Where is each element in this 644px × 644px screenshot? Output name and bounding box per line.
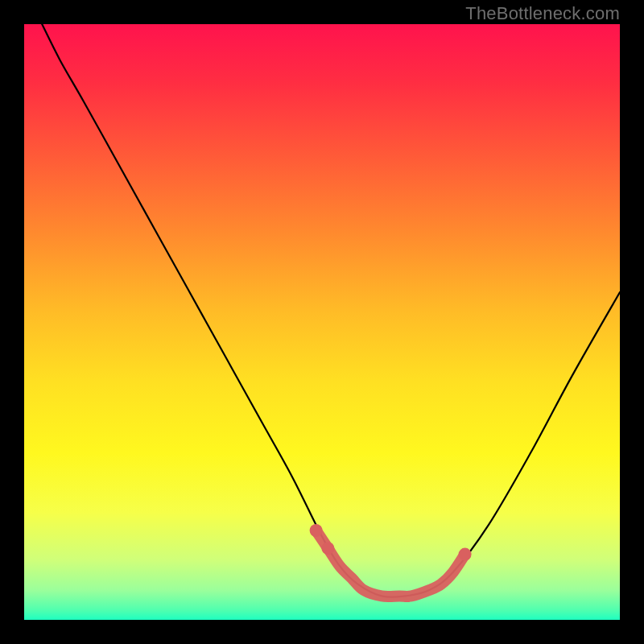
highlight-dot xyxy=(459,548,472,561)
watermark-text: TheBottleneck.com xyxy=(465,3,620,24)
chart-frame: TheBottleneck.com xyxy=(0,0,644,644)
curves-layer xyxy=(24,24,620,620)
bottleneck-v-curve xyxy=(42,24,620,597)
highlight-dot xyxy=(310,524,323,537)
highlight-dot xyxy=(321,542,334,555)
highlighted-segment xyxy=(316,530,465,597)
plot-area xyxy=(24,24,620,620)
